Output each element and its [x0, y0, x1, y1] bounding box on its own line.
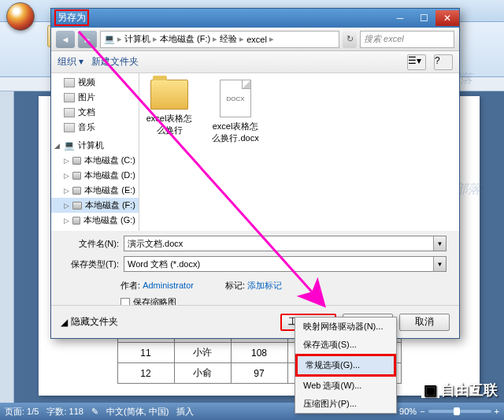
folder-icon: [150, 80, 188, 110]
nav-row: ◄ ► 💻 ▸ 计算机▸ 本地磁盘 (F:)▸ 经验▸ excel▸ ↻ 搜索 …: [51, 28, 459, 51]
sidebar-tree[interactable]: 视频图片文档音乐 ◢💻计算机 ▷本地磁盘 (C:)▷本地磁盘 (D:)▷本地磁盘…: [51, 73, 139, 231]
docx-icon: DOCX: [220, 80, 251, 117]
new-folder-button[interactable]: 新建文件夹: [91, 55, 139, 69]
maximize-button[interactable]: ☐: [412, 10, 435, 26]
filename-fields: 文件名(N): 演示文档.docx▼ 保存类型(T): Word 文档 (*.d…: [51, 231, 459, 277]
forward-button[interactable]: ►: [78, 31, 97, 48]
dialog-body: 视频图片文档音乐 ◢💻计算机 ▷本地磁盘 (C:)▷本地磁盘 (D:)▷本地磁盘…: [51, 73, 459, 231]
table-cell[interactable]: 小许: [174, 343, 231, 363]
sidebar-item[interactable]: 视频: [51, 75, 139, 90]
file-item[interactable]: excel表格怎么换行: [146, 80, 193, 136]
table-cell[interactable]: 108: [231, 343, 287, 363]
brand-footer: ▣自由互联: [421, 381, 498, 400]
view-mode-button[interactable]: ☰▾: [407, 54, 426, 70]
dialog-footer: ◢隐藏文件夹 工具(L)▼ 保存(S) 取消: [51, 305, 459, 338]
sidebar-item[interactable]: 文档: [51, 105, 139, 120]
tags-value[interactable]: 添加标记: [247, 281, 282, 290]
sidebar-drive-item[interactable]: ▷本地磁盘 (G:): [51, 213, 139, 228]
crumb[interactable]: 本地磁盘 (F:): [160, 33, 210, 45]
sidebar-drive-item[interactable]: ▷本地磁盘 (E:): [51, 183, 139, 198]
sidebar-drive-item[interactable]: ▷本地磁盘 (D:): [51, 168, 139, 183]
author-value[interactable]: Administrator: [143, 281, 194, 290]
save-as-dialog: 另存为 ─ ☐ ✕ ◄ ► 💻 ▸ 计算机▸ 本地磁盘 (F:)▸ 经验▸ ex…: [50, 8, 460, 339]
filename-label: 文件名(N):: [64, 238, 119, 250]
sidebar-item[interactable]: 图片: [51, 90, 139, 105]
meta-row: 作者: Administrator 标记: 添加标记: [51, 280, 459, 292]
tools-menu-item[interactable]: Web 选项(W)...: [295, 377, 396, 395]
pc-icon: 💻: [104, 34, 115, 44]
office-button[interactable]: [6, 2, 35, 31]
tools-menu-item[interactable]: 压缩图片(P)...: [295, 395, 396, 413]
table-cell[interactable]: 11: [117, 343, 174, 363]
sidebar-item[interactable]: 音乐: [51, 120, 139, 135]
zoom-slider[interactable]: [428, 410, 491, 413]
zoom-controls[interactable]: 90% − +: [399, 407, 499, 416]
sidebar-drive-item[interactable]: ▷本地磁盘 (C:): [51, 153, 139, 168]
status-mode[interactable]: 插入: [176, 406, 194, 418]
status-words[interactable]: 字数: 118: [46, 406, 83, 418]
crumb[interactable]: 计算机: [124, 33, 150, 45]
tools-menu-item[interactable]: 常规选项(G)...: [295, 354, 396, 377]
word-left-ruler: [0, 91, 14, 403]
dialog-title: 另存为: [54, 9, 89, 26]
tools-dropdown-menu: 映射网络驱动器(N)...保存选项(S)...常规选项(G)...Web 选项(…: [295, 317, 397, 414]
dialog-titlebar[interactable]: 另存为 ─ ☐ ✕: [51, 9, 459, 28]
close-button[interactable]: ✕: [435, 10, 459, 26]
cancel-button[interactable]: 取消: [399, 314, 450, 331]
organize-button[interactable]: 组织 ▾: [57, 55, 83, 69]
dialog-toolbar: 组织 ▾ 新建文件夹 ☰▾ ?: [51, 51, 459, 73]
tools-menu-item[interactable]: 保存选项(S)...: [295, 336, 396, 354]
refresh-button[interactable]: ↻: [343, 31, 357, 48]
table-cell[interactable]: 97: [231, 363, 287, 384]
tools-menu-item[interactable]: 映射网络驱动器(N)...: [295, 318, 396, 336]
sidebar-drive-item[interactable]: ▷本地磁盘 (F:): [51, 198, 139, 213]
minimize-button[interactable]: ─: [388, 10, 412, 26]
filename-input[interactable]: 演示文档.docx▼: [124, 236, 447, 251]
zoom-value: 90%: [399, 407, 417, 416]
sidebar-computer[interactable]: ◢💻计算机: [51, 138, 139, 153]
search-input[interactable]: 搜索 excel: [360, 31, 454, 48]
file-list-area[interactable]: excel表格怎么换行DOCXexcel表格怎么换行.docx: [139, 73, 459, 231]
word-status-bar: 页面: 1/5 字数: 118 ✎ 中文(简体, 中国) 插入 90% − +: [0, 403, 504, 420]
file-item[interactable]: DOCXexcel表格怎么换行.docx: [212, 80, 259, 144]
hide-folders-toggle[interactable]: ◢隐藏文件夹: [61, 315, 118, 329]
table-cell[interactable]: 12: [117, 363, 174, 384]
filetype-label: 保存类型(T):: [64, 258, 119, 270]
filetype-select[interactable]: Word 文档 (*.docx)▼: [124, 256, 447, 272]
crumb[interactable]: excel: [246, 35, 267, 44]
help-button[interactable]: ?: [434, 54, 453, 70]
status-page[interactable]: 页面: 1/5: [5, 406, 39, 418]
crumb[interactable]: 经验: [220, 33, 237, 45]
back-button[interactable]: ◄: [56, 31, 75, 48]
breadcrumb[interactable]: 💻 ▸ 计算机▸ 本地磁盘 (F:)▸ 经验▸ excel▸: [100, 31, 339, 48]
table-cell[interactable]: 小俞: [174, 363, 231, 384]
status-lang[interactable]: 中文(简体, 中国): [106, 406, 169, 418]
